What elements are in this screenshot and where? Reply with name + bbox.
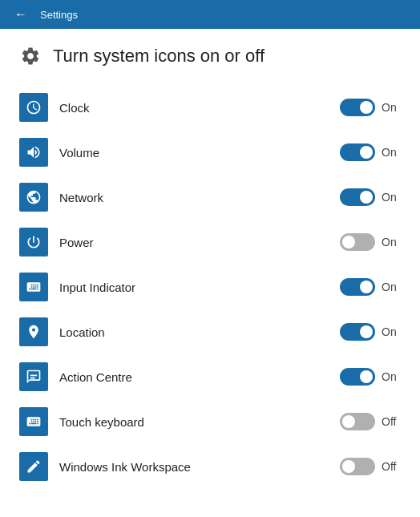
toggle-network[interactable]: [340, 188, 375, 206]
toggle-thumb-touch-keyboard: [342, 415, 355, 428]
toggle-label-power: On: [382, 236, 401, 248]
toggle-thumb-action-centre: [360, 370, 373, 383]
toggle-thumb-windows-ink: [342, 460, 355, 473]
toggle-wrap-touch-keyboard: Off: [340, 413, 401, 430]
icon-input-indicator: [19, 273, 48, 301]
settings-row-location: Location On: [19, 309, 401, 354]
toggle-label-touch-keyboard: Off: [382, 415, 401, 428]
toggle-thumb-input-indicator: [360, 281, 373, 293]
label-power: Power: [59, 236, 340, 249]
icon-windows-ink: [19, 452, 48, 481]
toggle-input-indicator[interactable]: [340, 278, 375, 296]
toggle-label-input-indicator: On: [382, 281, 401, 293]
toggle-location[interactable]: [340, 323, 375, 341]
icon-touch-keyboard: [19, 407, 48, 436]
icon-clock: [19, 93, 48, 122]
settings-row-action-centre: Action Centre On: [19, 354, 401, 399]
toggle-wrap-volume: On: [340, 143, 401, 161]
settings-row-network: Network On: [19, 175, 401, 220]
toggle-thumb-clock: [360, 101, 373, 114]
label-network: Network: [59, 191, 340, 204]
titlebar: ← Settings: [0, 0, 420, 29]
gear-icon: [19, 45, 42, 67]
toggle-thumb-network: [360, 191, 373, 204]
page-content: Turn system icons on or off Clock On Vol…: [0, 29, 420, 517]
toggle-wrap-network: On: [340, 188, 401, 206]
icon-action-centre: [19, 362, 48, 391]
label-windows-ink: Windows Ink Workspace: [59, 460, 340, 474]
toggle-wrap-input-indicator: On: [340, 278, 401, 296]
icon-location: [19, 317, 48, 346]
label-volume: Volume: [59, 146, 340, 160]
toggle-thumb-power: [342, 236, 355, 248]
toggle-power[interactable]: [340, 233, 375, 251]
toggle-wrap-power: On: [340, 233, 401, 251]
titlebar-title: Settings: [40, 9, 78, 21]
toggle-wrap-clock: On: [340, 99, 401, 116]
back-button[interactable]: ←: [10, 4, 32, 25]
label-clock: Clock: [59, 101, 340, 115]
label-input-indicator: Input Indicator: [59, 281, 340, 294]
icon-volume: [19, 138, 48, 167]
label-location: Location: [59, 325, 340, 339]
toggle-label-clock: On: [382, 101, 401, 114]
toggle-thumb-location: [360, 325, 373, 338]
label-action-centre: Action Centre: [59, 370, 340, 384]
settings-row-volume: Volume On: [19, 130, 401, 175]
icon-network: [19, 183, 48, 212]
toggle-clock[interactable]: [340, 99, 375, 116]
toggle-thumb-volume: [360, 146, 373, 159]
toggle-action-centre[interactable]: [340, 368, 375, 386]
page-title: Turn system icons on or off: [53, 46, 265, 67]
settings-list: Clock On Volume On Network On: [19, 85, 401, 489]
toggle-wrap-location: On: [340, 323, 401, 341]
toggle-label-network: On: [382, 191, 401, 204]
settings-row-input-indicator: Input Indicator On: [19, 265, 401, 309]
settings-row-clock: Clock On: [19, 85, 401, 130]
settings-row-touch-keyboard: Touch keyboard Off: [19, 399, 401, 444]
icon-power: [19, 228, 48, 256]
page-heading: Turn system icons on or off: [19, 45, 401, 67]
settings-row-windows-ink: Windows Ink Workspace Off: [19, 444, 401, 489]
toggle-wrap-windows-ink: Off: [340, 458, 401, 475]
settings-row-power: Power On: [19, 220, 401, 265]
toggle-label-volume: On: [382, 146, 401, 159]
toggle-volume[interactable]: [340, 143, 375, 161]
toggle-touch-keyboard[interactable]: [340, 413, 375, 430]
toggle-wrap-action-centre: On: [340, 368, 401, 386]
toggle-label-location: On: [382, 325, 401, 338]
toggle-windows-ink[interactable]: [340, 458, 375, 475]
toggle-label-windows-ink: Off: [382, 460, 401, 473]
label-touch-keyboard: Touch keyboard: [59, 415, 340, 429]
toggle-label-action-centre: On: [382, 370, 401, 383]
